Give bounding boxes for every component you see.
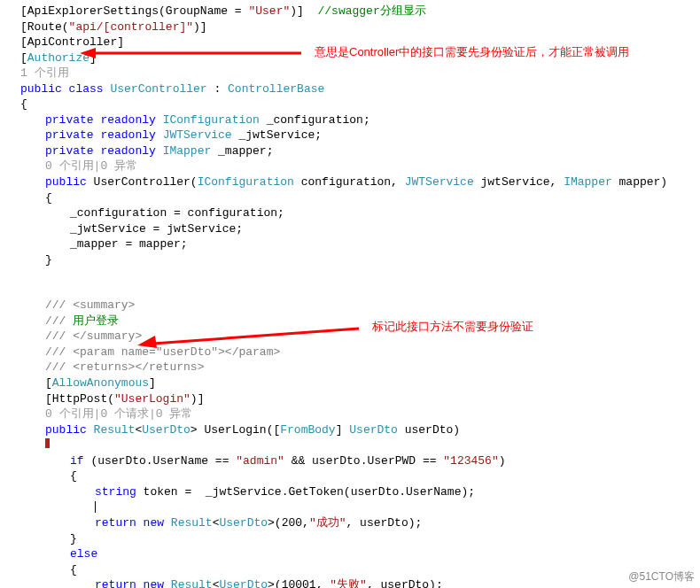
code-line: public Result<UserDto> UserLogin([FromBo… <box>7 422 693 438</box>
code-line: _mapper = mapper; <box>7 236 693 252</box>
blank-line <box>7 282 693 298</box>
xml-doc: /// <param name="userDto"></param> <box>7 344 693 360</box>
brace: } <box>7 252 693 268</box>
brace: } <box>7 531 693 547</box>
code-line: public class UserController : Controller… <box>7 81 693 97</box>
cursor-line <box>7 499 693 515</box>
code-line: private readonly IConfiguration _configu… <box>7 112 693 128</box>
code-line: else <box>7 546 693 562</box>
code-line: [Route("api/[controller]")] <box>7 19 693 35</box>
code-line: string token = _jwtService.GetToken(user… <box>7 484 693 500</box>
marker <box>7 437 693 453</box>
code-line: private readonly IMapper _mapper; <box>7 143 693 159</box>
codelens[interactable]: 1 个引用 <box>7 66 693 81</box>
brace: { <box>7 468 693 484</box>
brace: { <box>7 190 693 206</box>
brace: { <box>7 562 693 578</box>
watermark: @51CTO博客 <box>628 569 695 584</box>
code-line: [HttpPost("UserLogin")] <box>7 391 693 407</box>
code-line: return new Result<UserDto>(10001, "失败", … <box>7 577 693 588</box>
code-line: return new Result<UserDto>(200,"成功", use… <box>7 515 693 531</box>
code-line: private readonly JWTService _jwtService; <box>7 128 693 143</box>
codelens[interactable]: 0 个引用|0 个请求|0 异常 <box>7 406 693 422</box>
xml-doc: /// <summary> <box>7 298 693 313</box>
xml-doc: /// 用户登录 <box>7 313 693 329</box>
code-line: [ApiController] <box>7 35 693 50</box>
code-line: public UserController(IConfiguration con… <box>7 174 693 190</box>
code-line-authorize: [Authorize] <box>7 50 693 66</box>
code-line: [ApiExplorerSettings(GroupName = "User")… <box>7 4 693 19</box>
code-line-allowanonymous: [AllowAnonymous] <box>7 375 693 391</box>
codelens[interactable]: 0 个引用|0 异常 <box>7 159 693 174</box>
brace: { <box>7 97 693 112</box>
code-line: _configuration = configuration; <box>7 205 693 221</box>
xml-doc: /// </summary> <box>7 329 693 344</box>
xml-doc: /// <returns></returns> <box>7 360 693 375</box>
blank-line <box>7 267 693 282</box>
code-line: if (userDto.UserName == "admin" && userD… <box>7 453 693 469</box>
code-line: _jwtService = jwtService; <box>7 221 693 237</box>
